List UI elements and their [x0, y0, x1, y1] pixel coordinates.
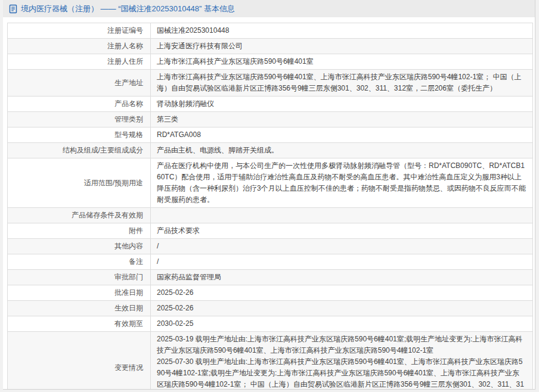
- table-row: 注册人名称上海安通医疗科技有限公司: [8, 39, 533, 54]
- row-label: 注册证编号: [8, 23, 151, 39]
- table-row: 生产地址上海市张江高科技产业东区瑞庆路590号6幢401室、上海市张江高科技产业…: [8, 70, 533, 97]
- row-label: 结构及组成/主要组成成分: [8, 143, 151, 158]
- table-row: 产品名称肾动脉射频消融仪: [8, 97, 533, 112]
- row-value: 上海市张江高科技产业东区瑞庆路590号6幢401室、上海市张江高科技产业东区瑞庆…: [151, 70, 533, 97]
- record-card: 境内医疗器械（注册） —— “国械注准20253010448” 基本信息 注册证…: [3, 0, 535, 390]
- row-value-text: 肾动脉射频消融仪: [157, 99, 214, 108]
- row-value: 肾动脉射频消融仪: [151, 97, 533, 112]
- row-value: 产品由主机、电源线、脚踏开关组成。: [151, 143, 533, 158]
- row-label-text: 其他内容: [114, 242, 143, 250]
- table-row: 备注/: [8, 254, 533, 270]
- row-value-text: /: [157, 257, 159, 266]
- row-value: 第三类: [151, 112, 533, 127]
- row-value-text: 产品在医疗机构中使用，与本公司生产的一次性使用多极肾动脉射频消融导管（型号：RD…: [157, 161, 526, 204]
- row-label-text: 结构及组成/主要组成成分: [63, 146, 143, 154]
- row-label-text: 附件: [129, 226, 143, 235]
- row-label-text: 生产地址: [114, 79, 143, 87]
- row-label: 适用范围/预期用途: [8, 158, 151, 208]
- row-label-text: 型号规格: [114, 130, 143, 139]
- row-value-text: /: [157, 242, 159, 250]
- row-label: 审批部门: [8, 270, 151, 285]
- row-label: 生效日期: [8, 301, 151, 316]
- row-value-text: RD*ATGA008: [157, 130, 201, 139]
- row-value-text: 2025-02-26: [157, 288, 193, 297]
- table-row: 批准日期2025-02-26: [8, 285, 533, 301]
- row-label: 管理类别: [8, 112, 151, 127]
- table-row: 适用范围/预期用途产品在医疗机构中使用，与本公司生产的一次性使用多极肾动脉射频消…: [8, 158, 533, 208]
- row-value: 2025-02-26: [151, 285, 533, 301]
- row-label-text: 有效期至: [114, 319, 143, 328]
- page-title: 境内医疗器械（注册） —— “国械注准20253010448” 基本信息: [21, 4, 235, 14]
- row-value: 2025-03-19 载明生产地址由:上海市张江高科技产业东区瑞庆路590号6幢…: [151, 332, 533, 390]
- table-row: 注册证编号国械注准20253010448: [8, 23, 533, 39]
- row-label-text: 适用范围/预期用途: [84, 179, 143, 187]
- info-table-body: 注册证编号国械注准20253010448注册人名称上海安通医疗科技有限公司注册人…: [8, 23, 533, 390]
- row-value-text: 上海市张江高科技产业东区瑞庆路590号6幢401室、上海市张江高科技产业东区瑞庆…: [157, 73, 521, 92]
- change-record: 2025-07-30 载明生产地址由:上海市张江高科技产业东区瑞庆路590号6幢…: [157, 356, 526, 390]
- row-value-text: 国家药品监督管理局: [157, 273, 221, 281]
- row-label: 有效期至: [8, 316, 151, 332]
- document-icon: [9, 4, 17, 14]
- row-value-text: 产品技术要求: [157, 226, 200, 235]
- row-label: 其他内容: [8, 239, 151, 254]
- row-value: 产品技术要求: [151, 223, 533, 239]
- row-label-text: 注册人住所: [107, 57, 143, 66]
- row-value-text: 产品由主机、电源线、脚踏开关组成。: [157, 146, 278, 154]
- page-header: 境内医疗器械（注册） —— “国械注准20253010448” 基本信息: [3, 0, 535, 17]
- row-label-text: 变更情况: [114, 363, 143, 372]
- table-row: 型号规格RD*ATGA008: [8, 127, 533, 143]
- row-label-text: 产品储存条件及有效期: [72, 211, 143, 219]
- row-value: 上海安通医疗科技有限公司: [151, 39, 533, 54]
- row-label: 附件: [8, 223, 151, 239]
- change-record: 2025-03-19 载明生产地址由:上海市张江高科技产业东区瑞庆路590号6幢…: [157, 334, 526, 356]
- row-value-text: 第三类: [157, 115, 178, 123]
- row-label: 产品名称: [8, 97, 151, 112]
- row-value-text: 2025-02-26: [157, 304, 193, 312]
- table-row: 管理类别第三类: [8, 112, 533, 127]
- row-label-text: 备注: [129, 257, 143, 266]
- row-value: 产品在医疗机构中使用，与本公司生产的一次性使用多极肾动脉射频消融导管（型号：RD…: [151, 158, 533, 208]
- registration-info-table: 注册证编号国械注准20253010448注册人名称上海安通医疗科技有限公司注册人…: [7, 23, 533, 390]
- row-value: [151, 208, 533, 223]
- row-value: 国家药品监督管理局: [151, 270, 533, 285]
- row-label-text: 生效日期: [114, 304, 143, 312]
- table-row: 注册人住所上海市张江高科技产业东区瑞庆路590号6幢401室: [8, 54, 533, 70]
- row-value-text: 上海安通医疗科技有限公司: [157, 42, 243, 50]
- row-label: 批准日期: [8, 285, 151, 301]
- row-value: /: [151, 254, 533, 270]
- row-label: 备注: [8, 254, 151, 270]
- row-value-text: 国械注准20253010448: [157, 26, 229, 35]
- row-label: 注册人名称: [8, 39, 151, 54]
- row-label: 产品储存条件及有效期: [8, 208, 151, 223]
- row-value: 上海市张江高科技产业东区瑞庆路590号6幢401室: [151, 54, 533, 70]
- table-row: 生效日期2025-02-26: [8, 301, 533, 316]
- table-row: 有效期至2030-02-25: [8, 316, 533, 332]
- row-label: 变更情况: [8, 332, 151, 390]
- row-value: /: [151, 239, 533, 254]
- row-label: 注册人住所: [8, 54, 151, 70]
- row-value: 2030-02-25: [151, 316, 533, 332]
- table-row: 附件产品技术要求: [8, 223, 533, 239]
- table-row: 变更情况2025-03-19 载明生产地址由:上海市张江高科技产业东区瑞庆路59…: [8, 332, 533, 390]
- table-row: 其他内容/: [8, 239, 533, 254]
- table-row: 产品储存条件及有效期: [8, 208, 533, 223]
- row-value: RD*ATGA008: [151, 127, 533, 143]
- row-label-text: 产品名称: [114, 99, 143, 108]
- row-value-text: 上海市张江高科技产业东区瑞庆路590号6幢401室: [157, 57, 314, 66]
- row-label-text: 管理类别: [114, 115, 143, 123]
- row-label: 型号规格: [8, 127, 151, 143]
- row-value-text: 2030-02-25: [157, 319, 193, 328]
- row-label-text: 审批部门: [114, 273, 143, 281]
- row-label-text: 注册人名称: [107, 42, 143, 50]
- row-label-text: 批准日期: [114, 288, 143, 297]
- table-row: 审批部门国家药品监督管理局: [8, 270, 533, 285]
- row-label-text: 注册证编号: [107, 26, 143, 35]
- row-label: 生产地址: [8, 70, 151, 97]
- row-value: 国械注准20253010448: [151, 23, 533, 39]
- row-value: 2025-02-26: [151, 301, 533, 316]
- table-row: 结构及组成/主要组成成分产品由主机、电源线、脚踏开关组成。: [8, 143, 533, 158]
